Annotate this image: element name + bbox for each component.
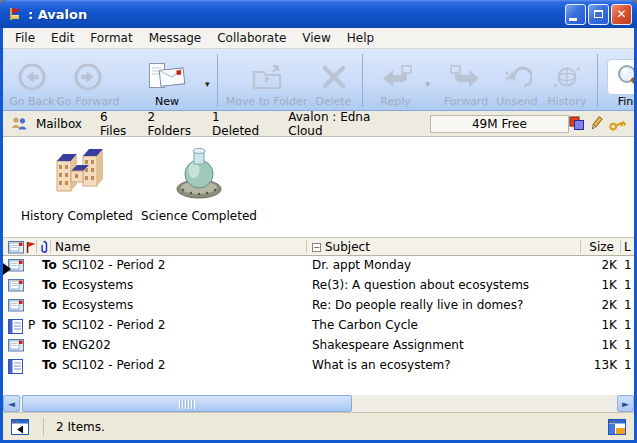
- go-forward-icon: [73, 59, 103, 95]
- infobar-deleted: 1 Deleted: [212, 110, 270, 138]
- new-message-icon: [148, 59, 186, 95]
- message-row[interactable]: To Ecosystems Re: Do people really live …: [3, 296, 634, 316]
- find-icon: [607, 59, 634, 95]
- minimize-button[interactable]: [565, 4, 586, 25]
- shortcuts-pane: History Completed: [3, 137, 634, 237]
- infobar-account: Avalon : Edna Cloud: [288, 110, 408, 138]
- message-icon: [8, 339, 24, 352]
- document-icon: [8, 359, 23, 374]
- list-header: Name −Subject Size L: [3, 237, 634, 256]
- find-button[interactable]: Find: [603, 51, 634, 110]
- infobar-folders: 2 Folders: [148, 110, 203, 138]
- menu-collaborate[interactable]: Collaborate: [209, 29, 294, 47]
- free-space-indicator: 49M Free: [430, 115, 569, 133]
- menu-message[interactable]: Message: [141, 29, 210, 47]
- toggle-left-pane-icon[interactable]: [11, 419, 29, 435]
- history-icon: [552, 59, 582, 95]
- forward-button[interactable]: Forward: [440, 51, 492, 110]
- shortcut-history-completed[interactable]: History Completed: [13, 145, 141, 223]
- menu-bar: File Edit Format Message Collaborate Vie…: [3, 28, 634, 49]
- toolbar-separator: [597, 54, 598, 107]
- column-header-subject[interactable]: −Subject: [312, 240, 370, 254]
- window-title: : Avalon: [28, 7, 563, 22]
- mailbox-content: History Completed: [3, 137, 634, 412]
- message-list: To SCI102 - Period 2 Dr. appt Monday 2K …: [3, 256, 634, 376]
- items-count: 2 Items.: [56, 420, 105, 434]
- menu-format[interactable]: Format: [82, 29, 140, 47]
- app-icon: [7, 6, 24, 22]
- reply-dropdown-arrow[interactable]: ▾: [426, 73, 431, 89]
- go-back-button[interactable]: Go Back: [7, 51, 57, 110]
- forward-message-icon: [446, 59, 486, 95]
- new-button[interactable]: New: [131, 51, 203, 110]
- document-icon: [8, 319, 23, 334]
- flag-column-icon[interactable]: [26, 241, 36, 254]
- pencil-icon[interactable]: [590, 116, 603, 131]
- statusbar-divider: [43, 418, 44, 436]
- split-view-icon[interactable]: [608, 419, 626, 435]
- message-row[interactable]: P To SCI102 - Period 2 The Carbon Cycle …: [3, 316, 634, 336]
- shortcut-label: Science Completed: [135, 209, 263, 223]
- history-button[interactable]: History: [542, 51, 592, 110]
- scrollbar-thumb[interactable]: [22, 395, 352, 412]
- attachment-column-icon[interactable]: [39, 240, 48, 254]
- mailbox-info-bar: Mailbox 6 Files 2 Folders 1 Deleted Aval…: [3, 111, 634, 137]
- key-icon[interactable]: [608, 116, 626, 131]
- column-header-size[interactable]: Size: [589, 240, 614, 254]
- menu-file[interactable]: File: [7, 29, 43, 47]
- toolbar: Go Back Go Forward: [3, 49, 634, 111]
- scroll-right-button[interactable]: ►: [617, 395, 634, 412]
- reply-icon: [376, 59, 416, 95]
- scroll-left-button[interactable]: ◄: [3, 395, 20, 412]
- current-row-marker: [3, 263, 11, 275]
- delete-button[interactable]: Delete: [311, 51, 357, 110]
- status-bar: 2 Items.: [3, 412, 634, 440]
- message-row[interactable]: To Ecosystems Re(3): A question about ec…: [3, 276, 634, 296]
- toolbar-separator: [217, 54, 218, 107]
- reply-button[interactable]: Reply: [368, 51, 424, 110]
- menu-view[interactable]: View: [294, 29, 338, 47]
- message-icon: [8, 299, 24, 312]
- message-row[interactable]: To SCI102 - Period 2 Dr. appt Monday 2K …: [3, 256, 634, 276]
- go-back-icon: [17, 59, 47, 95]
- horizontal-scrollbar[interactable]: ◄ ►: [3, 395, 634, 412]
- collapse-icon[interactable]: −: [312, 243, 321, 252]
- column-header-truncated[interactable]: L: [624, 240, 633, 254]
- menu-help[interactable]: Help: [339, 29, 382, 47]
- building-icon: [49, 145, 105, 201]
- mailbox-icon: [11, 116, 28, 131]
- message-icon: [8, 279, 24, 292]
- infobar-files: 6 Files: [100, 110, 138, 138]
- flask-icon: [171, 145, 227, 201]
- app-window: : Avalon ✕ File Edit Format Message Coll…: [0, 0, 637, 443]
- layers-icon[interactable]: [569, 116, 585, 131]
- unsend-icon: [502, 59, 532, 95]
- unsend-button[interactable]: Unsend: [492, 51, 542, 110]
- menu-edit[interactable]: Edit: [43, 29, 82, 47]
- shortcut-label: History Completed: [13, 209, 141, 223]
- close-button[interactable]: ✕: [611, 4, 632, 25]
- infobar-title: Mailbox: [36, 117, 82, 131]
- move-to-folder-button[interactable]: Move to Folder: [223, 51, 311, 110]
- new-dropdown-arrow[interactable]: ▾: [205, 73, 210, 89]
- go-forward-button[interactable]: Go Forward: [57, 51, 119, 110]
- message-row[interactable]: To ENG202 Shakespeare Assignment 1K 1: [3, 336, 634, 356]
- delete-icon: [320, 59, 348, 95]
- message-row[interactable]: To SCI102 - Period 2 What is an ecosyste…: [3, 356, 634, 376]
- toolbar-separator: [362, 54, 363, 107]
- maximize-button[interactable]: [588, 4, 609, 25]
- titlebar[interactable]: : Avalon ✕: [0, 0, 637, 28]
- message-column-icon[interactable]: [8, 241, 24, 254]
- column-header-name[interactable]: Name: [55, 240, 90, 254]
- shortcut-science-completed[interactable]: Science Completed: [135, 145, 263, 223]
- move-to-folder-icon: [251, 59, 283, 95]
